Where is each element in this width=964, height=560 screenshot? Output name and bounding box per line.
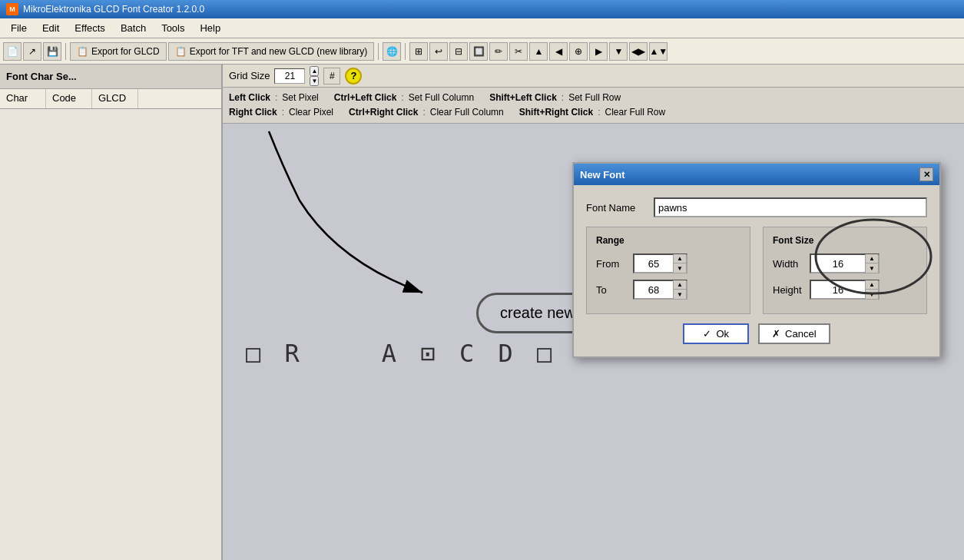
grid-size-input[interactable] <box>274 68 305 84</box>
font-height-up[interactable]: ▲ <box>866 280 878 290</box>
range-from-down[interactable]: ▼ <box>674 263 686 273</box>
font-width-down[interactable]: ▼ <box>866 263 878 273</box>
tool-btn-4[interactable]: 🔲 <box>469 42 488 61</box>
tool-btn-12[interactable]: ◀▶ <box>629 42 648 61</box>
range-from-input-wrap: ▲ ▼ <box>633 253 687 273</box>
cursor-button[interactable]: ↗ <box>23 42 41 61</box>
range-to-row: To ▲ ▼ <box>596 280 740 300</box>
grid-size-bar: Grid Size ▲ ▼ # ? <box>223 65 964 88</box>
save-button[interactable]: 💾 <box>43 42 61 61</box>
grid-size-label: Grid Size <box>229 70 270 81</box>
font-height-spinners: ▲ ▼ <box>865 280 878 299</box>
shortcut-ctrl-left-desc: Set Full Column <box>409 91 474 105</box>
shortcut-ctrl-left-key: Ctrl+Left Click <box>334 91 397 105</box>
tool-btn-3[interactable]: ⊟ <box>449 42 468 61</box>
grid-toggle-btn[interactable]: # <box>323 68 340 84</box>
col-char: Char <box>0 89 46 108</box>
shortcut-shift-right-key: Shift+Right Click <box>519 105 593 120</box>
export-glcd-label: Export for GLCD <box>91 46 160 57</box>
tool-btn-9[interactable]: ⊕ <box>569 42 588 61</box>
font-height-down[interactable]: ▼ <box>866 290 878 299</box>
export-tft-icon: 📋 <box>175 46 187 57</box>
menu-help[interactable]: Help <box>192 21 228 35</box>
toolbar-separator-1 <box>65 43 66 60</box>
font-name-input[interactable] <box>654 197 927 217</box>
new-font-dialog: New Font ✕ Font Name Range <box>572 162 941 358</box>
menu-edit[interactable]: Edit <box>35 21 67 35</box>
export-tft-button[interactable]: 📋 Export for TFT and new GLCD (new libra… <box>168 42 375 61</box>
font-width-input-wrap: ▲ ▼ <box>810 253 880 273</box>
tool-btn-5[interactable]: ✏ <box>489 42 508 61</box>
tool-btn-10[interactable]: ▶ <box>589 42 608 61</box>
ok-icon: ✓ <box>703 328 711 340</box>
shortcut-ctrl-right: Ctrl+Right Click : Clear Full Column <box>349 105 504 120</box>
range-to-input[interactable] <box>634 284 673 296</box>
menu-effects[interactable]: Effects <box>67 21 113 35</box>
font-width-spinners: ▲ ▼ <box>865 254 878 273</box>
menu-tools[interactable]: Tools <box>154 21 192 35</box>
menu-bar: File Edit Effects Batch Tools Help <box>0 18 964 38</box>
main-layout: Font Char Se... Char Code GLCD Grid Size… <box>0 65 964 560</box>
tool-btn-13[interactable]: ▲▼ <box>649 42 668 61</box>
range-to-spinners: ▲ ▼ <box>673 280 686 299</box>
shortcut-shift-right: Shift+Right Click : Clear Full Row <box>519 105 665 120</box>
range-to-up[interactable]: ▲ <box>674 280 686 290</box>
range-to-input-wrap: ▲ ▼ <box>633 280 687 300</box>
menu-batch[interactable]: Batch <box>113 21 154 35</box>
ok-button[interactable]: ✓ Ok <box>683 323 749 344</box>
font-width-label: Width <box>773 258 803 270</box>
font-width-row: Width ▲ ▼ <box>773 253 917 273</box>
shortcut-shift-right-desc: Clear Full Row <box>605 105 665 120</box>
font-width-input[interactable] <box>811 258 865 270</box>
web-button[interactable]: 🌐 <box>383 42 401 61</box>
cancel-label: Cancel <box>785 328 816 340</box>
col-glcd: GLCD <box>92 89 138 108</box>
font-height-input[interactable] <box>811 284 865 296</box>
menu-file[interactable]: File <box>3 21 35 35</box>
tool-btn-8[interactable]: ◀ <box>549 42 568 61</box>
toolbar: 📄 ↗ 💾 📋 Export for GLCD 📋 Export for TFT… <box>0 38 964 65</box>
shortcut-ctrl-right-key: Ctrl+Right Click <box>349 105 418 120</box>
dialog-body: Font Name Range From <box>574 185 939 356</box>
ok-label: Ok <box>716 328 729 340</box>
left-panel-columns: Char Code GLCD <box>0 89 221 109</box>
help-btn[interactable]: ? <box>345 68 362 84</box>
range-from-up[interactable]: ▲ <box>674 254 686 263</box>
tool-btn-6[interactable]: ✂ <box>509 42 528 61</box>
export-glcd-button[interactable]: 📋 Export for GLCD <box>70 42 167 61</box>
font-size-section: Font Size Width ▲ ▼ <box>763 227 927 314</box>
range-to-down[interactable]: ▼ <box>674 290 686 299</box>
tool-btn-7[interactable]: ▲ <box>529 42 548 61</box>
tool-btn-11[interactable]: ▼ <box>609 42 628 61</box>
grid-size-up[interactable]: ▲ <box>310 66 319 76</box>
shortcut-right-click-desc: Clear Pixel <box>289 105 333 120</box>
range-from-spinners: ▲ ▼ <box>673 254 686 273</box>
tool-btn-2[interactable]: ↩ <box>429 42 448 61</box>
range-from-label: From <box>596 258 627 270</box>
left-panel-header: Font Char Se... <box>0 65 221 89</box>
font-height-row: Height ▲ ▼ <box>773 280 917 300</box>
cancel-button[interactable]: ✗ Cancel <box>758 323 830 344</box>
export-glcd-icon: 📋 <box>77 46 88 57</box>
grid-size-down[interactable]: ▼ <box>310 76 319 86</box>
shortcut-right-click-key: Right Click <box>229 105 277 120</box>
left-panel: Font Char Se... Char Code GLCD <box>0 65 223 560</box>
shortcuts-bar: Left Click : Set Pixel Ctrl+Left Click :… <box>223 88 964 124</box>
app-icon: M <box>6 3 18 15</box>
font-width-up[interactable]: ▲ <box>866 254 878 263</box>
dialog-title: New Font <box>580 169 625 181</box>
shortcut-right-click: Right Click : Clear Pixel <box>229 105 333 120</box>
tool-btn-1[interactable]: ⊞ <box>409 42 428 61</box>
shortcut-left-click-desc: Set Pixel <box>282 91 318 105</box>
shortcut-ctrl-left: Ctrl+Left Click : Set Full Column <box>334 91 474 105</box>
range-section-title: Range <box>596 235 740 246</box>
font-height-label: Height <box>773 284 803 296</box>
range-from-input[interactable] <box>634 258 673 270</box>
range-from-row: From ▲ ▼ <box>596 253 740 273</box>
content-panel: Grid Size ▲ ▼ # ? Left Click : Set Pixel… <box>223 65 964 560</box>
dialog-sections: Range From ▲ ▼ <box>586 227 927 314</box>
new-button[interactable]: 📄 <box>3 42 22 61</box>
dialog-close-button[interactable]: ✕ <box>919 167 933 181</box>
font-size-section-title: Font Size <box>773 235 917 246</box>
canvas-area: create new from scratch □ R A ⊡ C D □ Ne… <box>223 124 964 553</box>
